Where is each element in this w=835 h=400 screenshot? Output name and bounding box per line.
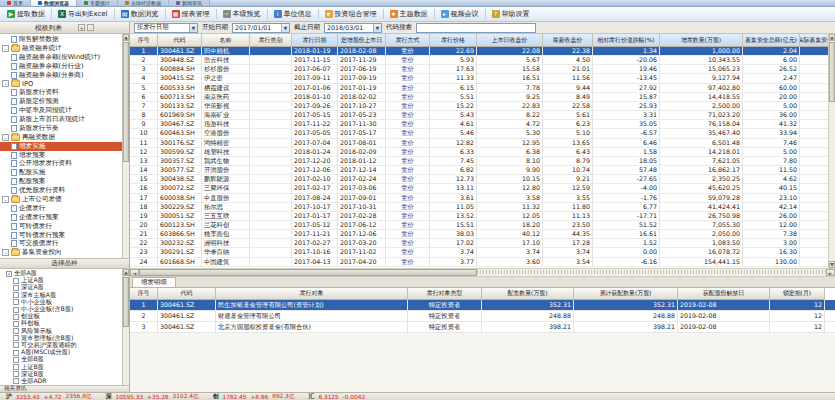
universe-item-退市整理板(含B股)[interactable]: 退市整理板(含B股) xyxy=(0,335,122,342)
table-row[interactable]: 17600038.SH中直股份2017-08-242017-09-01竞价3.6… xyxy=(130,194,828,203)
checkbox-icon[interactable] xyxy=(13,378,19,384)
universe-item-科创板[interactable]: 科创板 xyxy=(0,320,122,327)
column-header-增发数量(万股)[interactable]: 增发数量(万股) xyxy=(660,34,743,47)
universe-item-全部ADR[interactable]: 全部ADR xyxy=(0,378,122,385)
sidebar-item-优先股发行资料[interactable]: 优先股发行资料 xyxy=(0,186,122,195)
scroll-up-icon[interactable]: ▲ xyxy=(829,34,835,41)
checkbox-icon[interactable] xyxy=(13,314,19,320)
sidebar-item-新股发行节奏[interactable]: 新股发行节奏 xyxy=(0,124,122,133)
column-header-代码[interactable]: 代码 xyxy=(158,34,202,47)
universe-item-中小企业板[interactable]: 中小企业板 xyxy=(0,299,122,306)
universe-item-上证B股[interactable]: 上证B股 xyxy=(0,363,122,370)
checkbox-icon[interactable] xyxy=(13,357,19,363)
table-row[interactable]: 2300448.SZ浩云科技2017-11-152017-11-29竞价5.93… xyxy=(130,56,828,65)
scroll-left-icon[interactable]: ◄ xyxy=(130,269,139,276)
window-tab-专题统计[interactable]: 专题统计 xyxy=(77,0,118,6)
column-header-上市日收盘价[interactable]: 上市日收盘价 xyxy=(477,34,543,47)
detail-column-header-获配股份解禁日[interactable]: 获配股份解禁日 xyxy=(678,288,770,300)
table-row[interactable]: 3600884.SH杉杉股份2017-06-072017-06-19竞价17.6… xyxy=(130,65,828,74)
table-hscroll-track[interactable] xyxy=(477,269,826,276)
sidebar-item-可交换债发行[interactable]: 可交换债发行 xyxy=(0,239,122,248)
tab-placement-detail[interactable]: 增发明细 xyxy=(132,277,176,287)
table-row[interactable]: 4300415.SZ伊之密2017-09-112017-09-19竞价11.33… xyxy=(130,74,828,83)
detail-column-header-累计获配数量(万股)[interactable]: 累计获配数量(万股) xyxy=(574,288,678,300)
detail-table-row[interactable]: 1300461.SZ民生加银基金管理有限公司(资管计划)特定投资者352.313… xyxy=(130,300,835,311)
table-row[interactable]: 18300229.SZ拓尔思2017-10-172017-10-31竞价11.0… xyxy=(130,203,828,212)
date-type-select[interactable]: 按发行日期 ▼ xyxy=(134,23,198,33)
table-row[interactable]: 12300599.SZ雄塑科技2018-01-242018-02-09竞价6.3… xyxy=(130,148,828,157)
table-row[interactable]: 19300051.SZ三五互联2017-01-172017-02-28竞价13.… xyxy=(130,212,828,221)
collapse-expander-icon[interactable]: - xyxy=(2,45,9,52)
checkbox-checked-icon[interactable]: ✓ xyxy=(6,271,12,277)
数据浏览-button[interactable]: ▤数据浏览 xyxy=(117,8,163,21)
tree-scroll-thumb[interactable] xyxy=(123,42,129,162)
sidebar-item-企债发行[interactable]: 企债发行 xyxy=(0,204,122,213)
collapse-expander-icon[interactable]: - xyxy=(2,249,9,256)
sidebar-item-增发预案[interactable]: 增发预案 xyxy=(0,151,122,160)
table-row[interactable]: 7300133.SZ华策影视2017-09-262017-10-27竞价15.2… xyxy=(130,102,828,111)
column-header-名称[interactable]: 名称 xyxy=(202,34,250,47)
sidebar-item-募集资金投向[interactable]: -募集资金投向 xyxy=(0,248,122,257)
checkbox-icon[interactable] xyxy=(13,278,19,284)
checkbox-icon[interactable] xyxy=(13,335,19,341)
detail-column-header-发行对象[interactable]: 发行对象 xyxy=(216,288,408,300)
sidebar-item-限售解禁数据[interactable]: 限售解禁数据 xyxy=(0,35,122,44)
主题数据-button[interactable]: ★主题数据 xyxy=(386,8,432,21)
universe-scroll-thumb[interactable] xyxy=(123,277,129,327)
column-header-实际募集资金净额(亿元)[interactable]: 实际募集资金净额(亿元) xyxy=(800,34,828,47)
universe-scrollbar[interactable]: ▲ xyxy=(123,269,130,385)
sidebar-item-再融资数据[interactable]: -再融资数据 xyxy=(0,133,122,142)
detail-column-header-锁定期(月)[interactable]: 锁定期(月) xyxy=(770,288,825,300)
table-row[interactable]: 22300232.SZ洲明科技2017-02-272017-03-20竞价17.… xyxy=(130,239,828,248)
universe-item-创业板[interactable]: 创业板 xyxy=(0,313,122,320)
导出到Excel-button[interactable]: X导出到Excel xyxy=(54,8,112,21)
视频会议-button[interactable]: ▸视频会议 xyxy=(437,8,483,21)
column-header-定增股份上市日[interactable]: 定增股份上市日 xyxy=(338,34,386,47)
sidebar-item-公开增发发行资料[interactable]: 公开增发发行资料 xyxy=(0,159,122,168)
sidebar-item-新股上市首日表现统计[interactable]: 新股上市首日表现统计 xyxy=(0,115,122,124)
scroll-down-icon[interactable]: ▼ xyxy=(829,261,835,268)
table-row[interactable]: 13300357.SZ我武生物2017-12-202018-01-12竞价7.4… xyxy=(130,157,828,166)
table-hscroll-thumb[interactable] xyxy=(139,269,477,276)
sidebar-item-增发实施[interactable]: 增发实施 xyxy=(0,142,122,151)
table-row[interactable]: 20600123.SH兰花科创2017-05-122017-06-12竞价15.… xyxy=(130,221,828,230)
detail-column-header-序号[interactable]: 序号 xyxy=(130,288,158,300)
universe-item-深证B股[interactable]: 深证B股 xyxy=(0,371,122,378)
checkbox-icon[interactable] xyxy=(13,307,19,313)
universe-item-深证A股[interactable]: 深证A股 xyxy=(0,284,122,291)
table-row[interactable]: 1300461.SZ田中精机2018-01-192018-02-08竞价22.6… xyxy=(130,47,828,56)
checkbox-icon[interactable] xyxy=(13,299,19,305)
table-horizontal-scrollbar[interactable]: ◄ ► xyxy=(130,268,835,277)
column-header-发行方式[interactable]: 发行方式 xyxy=(386,34,430,47)
sidebar-item-融资融券余额(分行业)[interactable]: 融资融券余额(分行业) xyxy=(0,62,122,71)
报表管理-button[interactable]: ▦报表管理 xyxy=(168,8,214,21)
collapse-expander-icon[interactable]: - xyxy=(2,80,9,87)
sidebar-item-融资融券余额(按Wind统计)[interactable]: 融资融券余额(按Wind统计) xyxy=(0,53,122,62)
table-row[interactable]: 15300438.SZ鹏辉能源2017-02-102017-02-24竞价12.… xyxy=(130,175,828,184)
table-row[interactable]: 10600463.SH空港股份2017-05-052017-05-17竞价5.4… xyxy=(130,129,828,138)
window-tab-全球经济数据[interactable]: 全球经济数据 xyxy=(118,0,169,6)
universe-item-风险警示板[interactable]: 风险警示板 xyxy=(0,328,122,335)
column-header-发行类别[interactable]: 发行类别 xyxy=(250,34,292,47)
sidebar-item-可转债发行预案[interactable]: 可转债发行预案 xyxy=(0,231,122,240)
universe-item-上证A股[interactable]: 上证A股 xyxy=(0,277,122,284)
sidebar-item-企债发行预案[interactable]: 企债发行预案 xyxy=(0,213,122,222)
checkbox-icon[interactable] xyxy=(13,371,19,377)
sidebar-item-新股定价预测[interactable]: 新股定价预测 xyxy=(0,97,122,106)
table-row[interactable]: 8601969.SH海南矿业2017-05-152017-05-23竞价5.43… xyxy=(130,111,828,120)
checkbox-icon[interactable] xyxy=(13,328,19,334)
column-header-发行价格[interactable]: 发行价格 xyxy=(430,34,477,47)
detail-column-header-代码[interactable]: 代码 xyxy=(158,288,216,300)
checkbox-icon[interactable] xyxy=(13,364,19,370)
sidebar-item-融资融券余额(分券商)[interactable]: 融资融券余额(分券商) xyxy=(0,71,122,80)
universe-item-深市主板A股[interactable]: 深市主板A股 xyxy=(0,292,122,299)
window-tab-新闻资讯[interactable]: 新闻资讯 xyxy=(169,0,210,6)
table-row[interactable]: 9300467.SZ迅游科技2017-11-222017-11-30竞价4.61… xyxy=(130,120,828,129)
table-row[interactable]: 6600713.SH南京医药2018-01-102018-02-02竞价5.51… xyxy=(130,93,828,102)
checkbox-icon[interactable] xyxy=(13,350,19,356)
universe-item-中小企业板(含B股)[interactable]: 中小企业板(含B股) xyxy=(0,306,122,313)
sidebar-item-配股预案[interactable]: 配股预案 xyxy=(0,177,122,186)
checkbox-icon[interactable] xyxy=(13,292,19,298)
scroll-right-icon[interactable]: ► xyxy=(826,269,835,276)
detail-table-row[interactable]: 2300461.SZ财通基金管理有限公司特定投资者248.88248.88201… xyxy=(130,311,835,322)
